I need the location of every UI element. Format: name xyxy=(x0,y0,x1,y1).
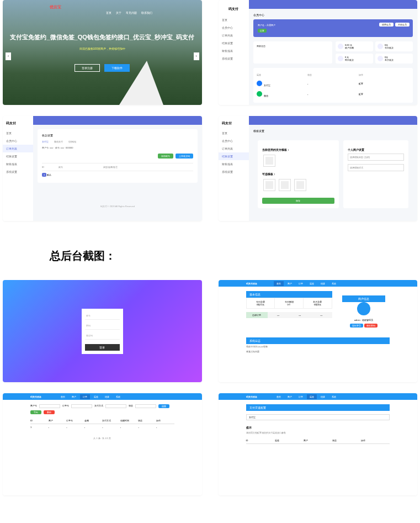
nav-item[interactable]: 结算 xyxy=(102,394,112,399)
nav-item[interactable]: 关于 xyxy=(116,11,121,14)
filter-input[interactable] xyxy=(39,404,60,408)
stat-icon xyxy=(378,56,383,61)
nav-item[interactable]: 渠道 xyxy=(91,394,101,399)
nav-item[interactable]: 常见问题 xyxy=(126,11,137,14)
sidebar-title: 码支付 xyxy=(3,118,33,129)
carousel-next-icon[interactable]: › xyxy=(194,52,199,60)
sidebar-item[interactable]: 订单列表 xyxy=(219,31,249,39)
sidebar-item[interactable]: 系统设置 xyxy=(219,55,249,62)
change-pwd-button[interactable]: 修改密码 xyxy=(364,324,378,327)
sidebar-item[interactable]: 首页 xyxy=(219,16,249,24)
nav-item[interactable]: 结算 xyxy=(318,394,328,399)
filter-input[interactable] xyxy=(105,404,126,408)
carousel-prev-icon[interactable]: ‹ xyxy=(6,52,11,60)
sidebar-item[interactable]: 会员中心 xyxy=(219,24,249,31)
renew-button[interactable]: 续费会员 xyxy=(379,23,394,27)
tab-wechat[interactable]: 微信支付 xyxy=(54,140,63,143)
channel-select[interactable]: 支付宝 xyxy=(246,414,390,420)
sidebar-item[interactable]: 订单列表 xyxy=(3,145,33,152)
filter-input[interactable] xyxy=(135,404,156,408)
admin-title: 码支付后台 xyxy=(246,395,257,398)
sidebar-item[interactable]: 结算设置 xyxy=(3,152,33,160)
info-title: 商家信息 xyxy=(257,45,329,47)
sidebar-title: 码支付 xyxy=(219,7,249,12)
sidebar-item[interactable]: 系统设置 xyxy=(219,168,249,176)
mountain-decoration xyxy=(119,61,163,105)
nav-item[interactable]: 首页 xyxy=(274,394,284,399)
nav-item[interactable]: 渠道 xyxy=(307,281,317,286)
alipay-icon xyxy=(257,81,262,86)
nav-item[interactable]: 首页 xyxy=(274,281,284,286)
template-thumb[interactable] xyxy=(263,179,275,191)
screenshot-admin-dashboard: 码支付后台 首页 商户 订单 渠道 结算 系统 基本信息 今日交易0笔/0元 今… xyxy=(219,280,418,382)
nav-item[interactable]: 系统 xyxy=(113,394,123,399)
id-badge: 1 xyxy=(42,173,46,177)
search-button[interactable]: 搜索 xyxy=(158,404,169,408)
password-input[interactable]: 密码 xyxy=(85,322,120,330)
login-button[interactable]: 登录 xyxy=(85,344,120,351)
top-nav: 首页 关于 常见问题 联系我们 xyxy=(106,11,152,14)
upgrade-button[interactable]: 升级会员 xyxy=(395,23,410,27)
username-input[interactable]: 账号 xyxy=(85,312,120,320)
sidebar-item[interactable]: 结算设置 xyxy=(219,152,249,160)
captcha-input[interactable]: 验证码 xyxy=(85,332,120,340)
nav-item[interactable]: 系统 xyxy=(329,394,339,399)
template-thumb[interactable] xyxy=(294,179,306,191)
export-button[interactable]: 导出 xyxy=(30,410,41,414)
section-title: 当前使用的支付模板： xyxy=(262,148,335,151)
log-item: 修复已知问题 xyxy=(246,349,390,354)
delete-button[interactable]: 删除 xyxy=(44,410,55,414)
screenshot-dashboard: 码支付 首页 会员中心 订单列表 结算设置 财务报表 系统设置 会员中心 商户名… xyxy=(219,0,418,105)
nav-item[interactable]: 结算 xyxy=(318,281,328,286)
nav-item[interactable]: 联系我们 xyxy=(141,11,152,14)
nav-item[interactable]: 首页 xyxy=(58,394,68,399)
config-link[interactable]: 配置 xyxy=(359,82,410,85)
tab[interactable]: --- xyxy=(289,312,311,318)
nav-item[interactable]: 商户 xyxy=(285,281,295,286)
wechat-icon xyxy=(257,91,262,97)
stat-icon xyxy=(378,44,383,49)
add-account-button[interactable]: 添加账号 xyxy=(158,154,173,159)
sidebar-item[interactable]: 系统设置 xyxy=(3,168,33,176)
tab-alipay[interactable]: 支付宝 xyxy=(42,140,49,143)
nav-item[interactable]: 系统 xyxy=(329,281,339,286)
nav-item[interactable]: 订单 xyxy=(296,281,306,286)
login-button[interactable]: 登录注册 xyxy=(75,64,100,72)
tab[interactable]: --- xyxy=(311,312,332,318)
config-link[interactable]: 配置 xyxy=(359,93,410,96)
sidebar-item[interactable]: 财务报表 xyxy=(219,47,249,55)
admin-topbar: 码支付后台 首页 商户 订单 渠道 结算 系统 xyxy=(219,393,418,400)
section-heading: 总后台截图： xyxy=(50,249,420,263)
sidebar-item[interactable]: 财务报表 xyxy=(219,160,249,168)
template-thumb[interactable] xyxy=(279,179,291,191)
nav-item[interactable]: 首页 xyxy=(106,11,111,14)
sidebar: 码支付 首页 会员中心 订单列表 结算设置 财务报表 系统设置 xyxy=(3,116,33,221)
sidebar-item[interactable]: 订单列表 xyxy=(219,145,249,152)
sidebar-item[interactable]: 会员中心 xyxy=(3,137,33,145)
channel-table: 渠道状态操作 支付宝-配置 微信-配置 xyxy=(253,68,413,103)
tab[interactable]: --- xyxy=(268,312,289,318)
avatar-icon xyxy=(357,302,370,315)
upload-qr-button[interactable]: 上传收款码 xyxy=(176,154,193,159)
stat-icon xyxy=(338,44,343,49)
sidebar-item[interactable]: 结算设置 xyxy=(219,39,249,47)
tab[interactable]: 全部订单 xyxy=(246,312,268,318)
sidebar-item[interactable]: 首页 xyxy=(3,129,33,137)
nav-item[interactable]: 商户 xyxy=(285,394,295,399)
save-button[interactable]: 保存 xyxy=(262,198,335,204)
sidebar-item[interactable]: 会员中心 xyxy=(219,137,249,145)
sidebar-item[interactable]: 财务报表 xyxy=(3,160,33,168)
sidebar-item[interactable]: 首页 xyxy=(219,129,249,137)
template-thumb[interactable] xyxy=(263,155,275,167)
logout-button[interactable]: 退出登录 xyxy=(350,324,363,327)
nav-item[interactable]: 商户 xyxy=(69,394,79,399)
nav-item[interactable]: 订单 xyxy=(296,394,306,399)
nav-item[interactable]: 订单 xyxy=(80,394,90,399)
select-template-style[interactable]: 选择模板样式 xyxy=(348,164,404,171)
header-bar xyxy=(249,116,418,125)
table-row: 1 默认 xyxy=(42,171,193,178)
filter-input[interactable] xyxy=(71,404,92,408)
tab-qq[interactable]: QQ钱包 xyxy=(68,140,76,143)
nav-item[interactable]: 渠道 xyxy=(307,394,317,399)
select-template-type[interactable]: 选择模板类型 (当前) xyxy=(348,154,404,161)
